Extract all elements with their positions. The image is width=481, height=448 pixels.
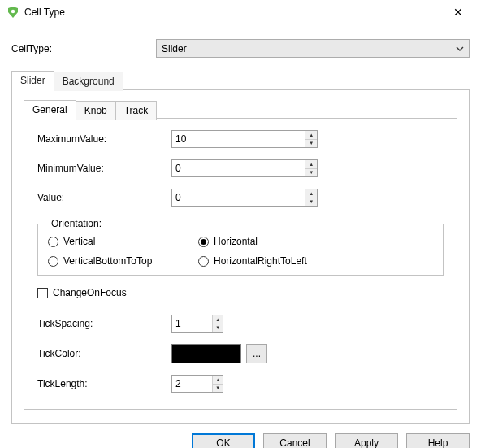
spin-up-icon[interactable]: ▲ (213, 376, 223, 385)
celltype-dropdown[interactable]: Slider (156, 39, 470, 58)
change-on-focus-checkbox[interactable]: ChangeOnFocus (37, 287, 444, 298)
help-button[interactable]: Help (406, 433, 470, 448)
window-title: Cell Type (24, 7, 442, 18)
inner-tabstrip: General Knob Track (24, 100, 457, 119)
tab-general[interactable]: General (24, 100, 76, 119)
cancel-button[interactable]: Cancel (263, 433, 327, 448)
radio-horizontal-rtl[interactable]: HorizontalRightToLeft (198, 255, 433, 267)
tab-background[interactable]: Background (54, 72, 124, 91)
general-panel: MaximumValue: ▲ ▼ MinimumValue: ▲ ▼ (24, 118, 457, 410)
value-stepper[interactable]: ▲ ▼ (171, 189, 318, 207)
close-button[interactable]: ✕ (442, 1, 474, 24)
tickcolor-browse-button[interactable]: ... (246, 344, 267, 363)
spin-up-icon[interactable]: ▲ (306, 189, 317, 198)
outer-tabstrip: Slider Background (11, 71, 470, 90)
ticklength-input[interactable] (172, 376, 212, 392)
chevron-down-icon (456, 46, 464, 51)
spin-up-icon[interactable]: ▲ (213, 315, 223, 324)
outer-tabpanel: General Knob Track MaximumValue: ▲ ▼ Min… (11, 89, 470, 424)
celltype-row: CellType: Slider (11, 39, 470, 58)
radio-label: Horizontal (214, 236, 258, 247)
max-label: MaximumValue: (37, 133, 171, 145)
orientation-group: Orientation: Vertical Horizontal Vertica… (37, 218, 444, 276)
radio-icon (198, 256, 209, 267)
spin-down-icon[interactable]: ▼ (306, 198, 317, 207)
tickcolor-swatch[interactable] (171, 344, 241, 363)
apply-button[interactable]: Apply (335, 433, 398, 448)
spin-down-icon[interactable]: ▼ (306, 140, 317, 148)
celltype-value: Slider (162, 43, 187, 54)
tab-slider[interactable]: Slider (11, 71, 54, 90)
radio-vertical[interactable]: Vertical (48, 236, 198, 247)
tab-knob[interactable]: Knob (76, 101, 116, 120)
ticklength-stepper[interactable]: ▲ ▼ (171, 375, 223, 393)
radio-icon (198, 237, 209, 247)
tickcolor-label: TickColor: (37, 348, 171, 359)
change-on-focus-label: ChangeOnFocus (53, 287, 127, 298)
radio-label: VerticalBottomToTop (63, 255, 152, 267)
min-stepper[interactable]: ▲ ▼ (171, 159, 318, 177)
radio-horizontal[interactable]: Horizontal (198, 236, 433, 247)
radio-icon (48, 237, 58, 247)
orientation-legend: Orientation: (48, 218, 105, 229)
tab-track[interactable]: Track (115, 101, 158, 120)
radio-vertical-btt[interactable]: VerticalBottomToTop (48, 255, 198, 267)
spin-down-icon[interactable]: ▼ (306, 169, 317, 177)
max-input[interactable] (172, 131, 305, 147)
tickspacing-label: TickSpacing: (37, 318, 171, 329)
spin-down-icon[interactable]: ▼ (213, 385, 223, 393)
dialog-footer: OK Cancel Apply Help (0, 424, 481, 448)
radio-icon (48, 256, 58, 267)
celltype-label: CellType: (11, 43, 156, 54)
value-label: Value: (37, 192, 171, 203)
titlebar: Cell Type ✕ (0, 0, 481, 24)
spin-up-icon[interactable]: ▲ (306, 160, 317, 169)
radio-label: HorizontalRightToLeft (214, 255, 307, 267)
ok-button[interactable]: OK (192, 433, 255, 448)
spin-down-icon[interactable]: ▼ (213, 324, 223, 333)
ticklength-label: TickLength: (37, 378, 171, 389)
max-stepper[interactable]: ▲ ▼ (171, 130, 318, 148)
radio-label: Vertical (63, 236, 95, 247)
min-input[interactable] (172, 160, 305, 176)
tickspacing-input[interactable] (172, 315, 212, 332)
spin-up-icon[interactable]: ▲ (306, 131, 317, 140)
min-label: MinimumValue: (37, 163, 171, 174)
value-input[interactable] (172, 189, 305, 206)
tickspacing-stepper[interactable]: ▲ ▼ (171, 315, 223, 333)
svg-point-1 (11, 9, 15, 12)
checkbox-icon (37, 288, 48, 298)
shield-icon (6, 6, 20, 19)
